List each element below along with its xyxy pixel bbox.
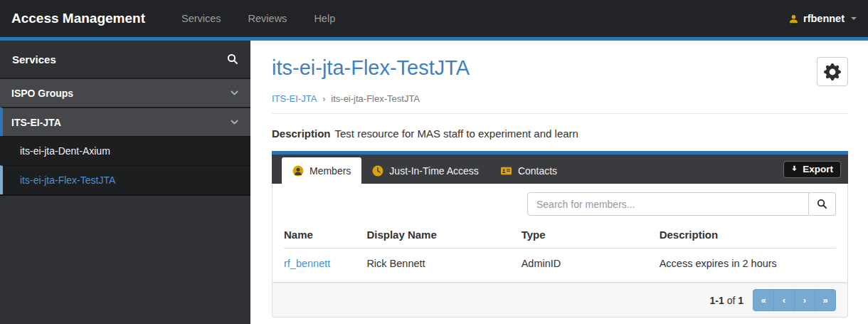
main-nav: Services Reviews Help bbox=[168, 0, 349, 37]
first-page-button[interactable]: « bbox=[753, 289, 774, 311]
breadcrumb-current: its-ei-jta-Flex-TestJTA bbox=[331, 93, 420, 104]
person-circle-icon bbox=[292, 165, 304, 177]
sidebar-group-its-ei-jta[interactable]: ITS-EI-JTA bbox=[0, 107, 250, 136]
tab-just-in-time-access[interactable]: Just-In-Time Access bbox=[361, 157, 489, 184]
caret-down-icon bbox=[851, 17, 857, 20]
nav-item-reviews[interactable]: Reviews bbox=[235, 13, 301, 24]
address-card-icon bbox=[500, 165, 512, 177]
pagination-range: 1-1 bbox=[710, 295, 724, 306]
pagination-total: 1 bbox=[738, 295, 743, 306]
sidebar-item-dent-axium[interactable]: its-ei-jta-Dent-Axium bbox=[0, 136, 250, 165]
panel-body: Name Display Name Type Description rf_be… bbox=[272, 184, 848, 283]
download-arrow-icon bbox=[790, 164, 799, 174]
top-navbar: Access Management Services Reviews Help … bbox=[0, 0, 868, 37]
breadcrumb-parent-link[interactable]: ITS-EI-JTA bbox=[272, 93, 317, 104]
pagination-controls: « ‹ › » bbox=[753, 289, 836, 311]
chevron-down-icon bbox=[230, 117, 239, 127]
username-label: rfbennet bbox=[803, 13, 845, 24]
breadcrumb: ITS-EI-JTA › its-ei-jta-Flex-TestJTA bbox=[272, 93, 848, 104]
column-header-description: Description bbox=[660, 224, 836, 249]
nav-item-services[interactable]: Services bbox=[168, 13, 235, 24]
page-header: its-ei-jta-Flex-TestJTA bbox=[272, 57, 848, 86]
pagination-of-label: of bbox=[727, 295, 736, 306]
chevron-down-icon bbox=[230, 88, 239, 98]
description-text: Test resource for MAS staff to experimen… bbox=[335, 127, 578, 140]
settings-button[interactable] bbox=[817, 57, 848, 86]
description-label: Description bbox=[272, 127, 331, 140]
search-icon bbox=[817, 199, 827, 209]
search-input[interactable] bbox=[527, 192, 809, 216]
last-page-button[interactable]: » bbox=[815, 289, 836, 311]
next-page-button[interactable]: › bbox=[794, 289, 815, 311]
table-header-row: Name Display Name Type Description bbox=[284, 224, 836, 249]
export-button[interactable]: Export bbox=[783, 161, 841, 178]
search-row bbox=[284, 192, 836, 216]
person-icon bbox=[788, 14, 799, 24]
app-title: Access Management bbox=[11, 11, 145, 26]
column-header-display-name: Display Name bbox=[366, 224, 521, 249]
pagination-summary: 1-1 of 1 bbox=[710, 295, 744, 306]
previous-page-button[interactable]: ‹ bbox=[773, 289, 795, 311]
column-header-type: Type bbox=[522, 224, 660, 249]
member-type: AdminID bbox=[522, 249, 660, 280]
search-button[interactable] bbox=[809, 192, 836, 216]
user-menu[interactable]: rfbennet bbox=[788, 13, 857, 24]
search-group bbox=[527, 192, 836, 216]
member-description: Access expires in 2 hours bbox=[660, 249, 836, 280]
sidebar-group-ispo-groups[interactable]: ISPO Groups bbox=[0, 78, 250, 107]
sidebar-title: Services bbox=[12, 53, 56, 66]
description-row: DescriptionTest resource for MAS staff t… bbox=[272, 127, 848, 140]
members-panel: Members Just-In-Time Access bbox=[272, 151, 848, 318]
member-name-link[interactable]: rf_bennett bbox=[284, 258, 330, 269]
tab-members[interactable]: Members bbox=[282, 157, 361, 184]
services-sidebar: Services ISPO Groups ITS-EI-JTA its-ei-j… bbox=[0, 41, 250, 324]
breadcrumb-separator-icon: › bbox=[322, 94, 325, 104]
tab-contacts[interactable]: Contacts bbox=[489, 157, 568, 184]
member-display-name: Rick Bennett bbox=[366, 249, 521, 280]
header-divider bbox=[272, 113, 848, 114]
nav-item-help[interactable]: Help bbox=[300, 13, 349, 24]
clock-icon bbox=[372, 165, 383, 177]
search-icon[interactable] bbox=[227, 53, 238, 65]
gear-icon bbox=[824, 63, 841, 80]
table-row: rf_bennett Rick Bennett AdminID Access e… bbox=[284, 249, 836, 280]
sidebar-divider bbox=[0, 194, 250, 196]
panel-footer: 1-1 of 1 « ‹ › » bbox=[272, 283, 848, 318]
column-header-name: Name bbox=[284, 224, 366, 249]
members-table: Name Display Name Type Description rf_be… bbox=[284, 224, 836, 279]
main-content: its-ei-jta-Flex-TestJTA ITS-EI-JTA › its… bbox=[250, 41, 868, 324]
page-title: its-ei-jta-Flex-TestJTA bbox=[272, 57, 470, 80]
tab-strip: Members Just-In-Time Access bbox=[272, 151, 848, 184]
sidebar-header: Services bbox=[0, 41, 250, 78]
sidebar-item-flex-testjta[interactable]: its-ei-jta-Flex-TestJTA bbox=[0, 165, 250, 194]
